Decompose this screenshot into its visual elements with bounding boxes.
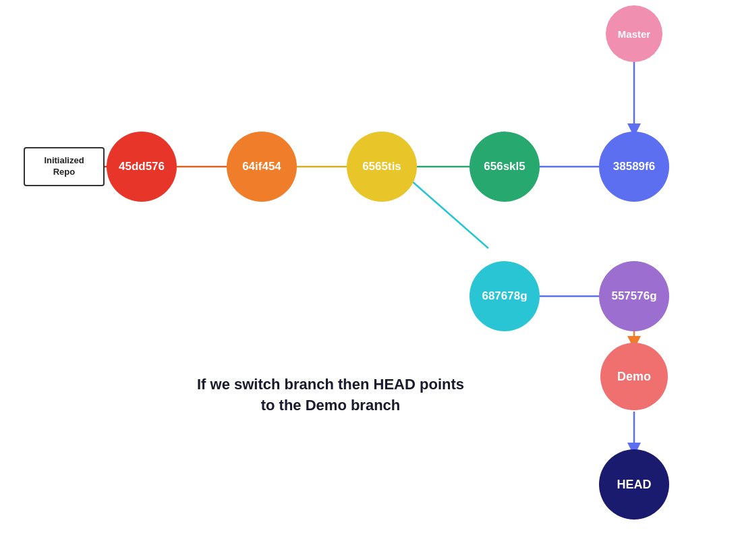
head-node: HEAD: [599, 449, 669, 520]
caption-text: If we switch branch then HEAD points to …: [196, 374, 465, 416]
caption-line1: If we switch branch then HEAD points: [196, 374, 465, 395]
commit-687678g: 687678g: [469, 261, 540, 331]
init-repo-label: Initialized Repo: [44, 155, 84, 178]
master-node: Master: [606, 5, 662, 62]
commit-656skl5: 656skl5: [469, 132, 540, 202]
commit-557576g: 557576g: [599, 261, 669, 331]
svg-line-6: [411, 181, 488, 248]
commit-45dd576: 45dd576: [107, 132, 177, 202]
caption-line2: to the Demo branch: [196, 395, 465, 416]
commit-64if454: 64if454: [227, 132, 297, 202]
init-repo-box: Initialized Repo: [24, 147, 105, 186]
commit-6565tis: 6565tis: [347, 132, 417, 202]
commit-38589f6: 38589f6: [599, 132, 669, 202]
demo-node: Demo: [600, 343, 668, 410]
